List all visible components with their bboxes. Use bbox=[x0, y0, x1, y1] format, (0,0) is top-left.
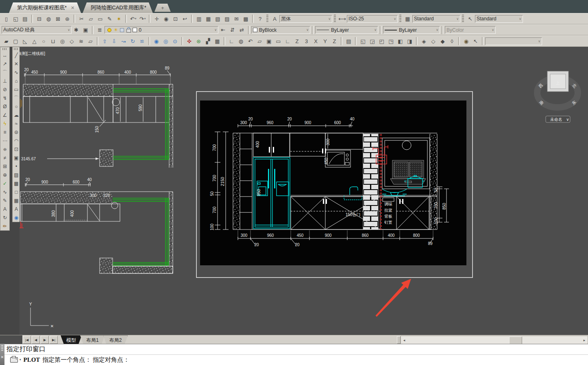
object-group-button[interactable]: ◉ bbox=[12, 213, 20, 222]
tolerance-button[interactable]: ⊞ bbox=[1, 162, 9, 170]
continue-dimension-button[interactable]: ⋯ bbox=[1, 136, 9, 145]
close-tab-icon[interactable]: ✕ bbox=[71, 5, 74, 11]
toolbar-grip[interactable] bbox=[462, 15, 464, 23]
mleader-style-combo[interactable]: Standard∨ bbox=[475, 15, 523, 23]
ordinate-dimension-button[interactable]: ⊥ bbox=[1, 76, 9, 85]
plot-preview-button[interactable]: ◍ bbox=[44, 14, 53, 23]
horizontal-scrollbar[interactable]: ◂ ▸ bbox=[401, 336, 588, 344]
polysolid-button[interactable]: ▰ bbox=[2, 37, 11, 46]
tab-layout1[interactable]: 布局1 bbox=[80, 335, 105, 344]
new-tab-button[interactable]: + bbox=[155, 4, 171, 12]
ucs-z-button[interactable]: Z bbox=[330, 37, 339, 46]
camera-button[interactable]: ◉ bbox=[462, 37, 471, 46]
view-back-button[interactable]: ◨ bbox=[405, 37, 414, 46]
sweep-button[interactable]: ↝ bbox=[119, 37, 128, 46]
make-block-button[interactable]: ▣ bbox=[12, 153, 20, 162]
inspection-dimension-button[interactable]: ✓ bbox=[1, 179, 9, 188]
arc-length-dimension-button[interactable]: ⌒ bbox=[1, 68, 9, 76]
color-combo[interactable]: ByBlock∨ bbox=[251, 26, 310, 34]
loft-button[interactable]: ≌ bbox=[137, 37, 147, 46]
rectangle-button[interactable]: ▭ bbox=[12, 85, 20, 94]
ucs-origin-button[interactable]: ∟ bbox=[283, 37, 292, 46]
toolbar-grip[interactable] bbox=[334, 15, 336, 23]
box-button[interactable]: ▢ bbox=[11, 37, 20, 46]
intersect-button[interactable]: ⊙ bbox=[170, 37, 180, 46]
construction-line-button[interactable]: ✕ bbox=[12, 59, 20, 68]
ucs-x-button[interactable]: X bbox=[311, 37, 320, 46]
model-tab-next-button[interactable]: ▶ bbox=[41, 336, 49, 344]
pyramid-button[interactable]: ◇ bbox=[67, 37, 76, 46]
multiline-text-button[interactable]: A bbox=[12, 205, 20, 213]
helix-button[interactable]: ≋ bbox=[76, 37, 86, 46]
union-button[interactable]: ◉ bbox=[152, 37, 161, 46]
3d-array-button[interactable]: ▦ bbox=[213, 37, 222, 46]
make-layer-current-button[interactable]: ⇤ bbox=[218, 26, 228, 35]
polyline-button[interactable]: ∿ bbox=[12, 68, 20, 76]
layer-translate-button[interactable]: ⇄ bbox=[237, 26, 246, 35]
ucs-world-button[interactable]: ∟ bbox=[227, 37, 236, 46]
pan-button[interactable]: ✛ bbox=[152, 14, 161, 23]
paste-button[interactable]: ▭ bbox=[96, 14, 105, 23]
table-style-button[interactable]: ▦ bbox=[403, 14, 412, 23]
workspace-combo[interactable]: AutoCAD 经典∨ bbox=[2, 26, 72, 34]
dimension-space-button[interactable]: ≑ bbox=[1, 145, 9, 153]
view-top-button[interactable]: ◱ bbox=[358, 37, 368, 46]
model-tab-prev-button[interactable]: ◀ bbox=[32, 336, 40, 344]
plot-style-combo[interactable]: ByColor∨ bbox=[445, 26, 496, 34]
dimension-style-button[interactable]: ✏ bbox=[1, 222, 9, 230]
view-se-iso-button[interactable]: ◇ bbox=[429, 37, 438, 46]
dimension-text-edit-button[interactable]: A bbox=[1, 205, 9, 213]
3d-move-button[interactable]: ✜ bbox=[185, 37, 194, 46]
presspull-button[interactable]: ⇩ bbox=[109, 37, 119, 46]
text-style-button[interactable]: A bbox=[270, 14, 279, 23]
eplot-button[interactable]: ⊠ bbox=[53, 14, 63, 23]
insert-block-button[interactable]: ⊡ bbox=[12, 145, 20, 153]
model-tab-first-button[interactable]: |◀ bbox=[23, 336, 31, 344]
dimension-edit-button[interactable]: ✎ bbox=[1, 196, 9, 205]
revolve-button[interactable]: ↻ bbox=[128, 37, 137, 46]
scrollbar-thumb[interactable] bbox=[509, 337, 522, 344]
dim-style-combo[interactable]: ISO-25∨ bbox=[347, 15, 398, 23]
zoom-window-button[interactable]: ⊡ bbox=[171, 14, 180, 23]
properties-palette-button[interactable]: ▥ bbox=[194, 14, 204, 23]
baseline-dimension-button[interactable]: ≡ bbox=[1, 128, 9, 136]
file-tab-inactive[interactable]: 阿琦绘图CAD常用图库* bbox=[83, 2, 153, 13]
text-style-combo[interactable]: 黑体∨ bbox=[279, 15, 332, 23]
named-view-label[interactable]: 未命名 bbox=[550, 117, 562, 122]
region-button[interactable]: □ bbox=[12, 188, 20, 196]
scroll-right-icon[interactable]: ▸ bbox=[581, 337, 588, 343]
layer-vp-freeze-icon[interactable] bbox=[120, 28, 124, 32]
angular-dimension-button[interactable]: ∠ bbox=[1, 111, 9, 119]
tool-palettes-button[interactable]: ▧ bbox=[213, 14, 222, 23]
viewport-label[interactable]: [-][东南等轴测][二维线框] bbox=[20, 51, 45, 56]
ellipse-button[interactable]: ⊜ bbox=[12, 128, 20, 136]
block-editor-button[interactable]: ✶ bbox=[114, 14, 124, 23]
ucs-view-button[interactable]: ▭ bbox=[274, 37, 283, 46]
workspace-settings-button[interactable]: ✱ bbox=[72, 26, 81, 35]
layer-properties-button[interactable]: ≣ bbox=[95, 26, 105, 35]
quick-calc-button[interactable]: ▩ bbox=[241, 14, 250, 23]
ucs-named-button[interactable]: ◍ bbox=[236, 37, 246, 46]
cone-button[interactable]: △ bbox=[30, 37, 39, 46]
view-nw-iso-button[interactable]: ◊ bbox=[447, 37, 457, 46]
gradient-button[interactable]: ▩ bbox=[12, 179, 20, 188]
layer-previous-button[interactable]: ⇵ bbox=[228, 26, 237, 35]
dimension-break-button[interactable]: ≠ bbox=[1, 153, 9, 162]
view-front-button[interactable]: ◧ bbox=[396, 37, 405, 46]
toolbar-grip[interactable] bbox=[266, 15, 268, 23]
tab-model[interactable]: 模型 bbox=[61, 335, 82, 344]
model-space-canvas[interactable]: [-][东南等轴测][二维线框] bbox=[20, 47, 588, 335]
plot-button[interactable]: ⊟ bbox=[35, 14, 44, 23]
drawing-canvas-svg[interactable]: [-][东南等轴测][二维线框] bbox=[20, 47, 588, 335]
redo-button[interactable]: ↷▾ bbox=[138, 14, 147, 23]
wedge-button[interactable]: ◺ bbox=[20, 37, 30, 46]
3d-rotate-button[interactable]: ⊛ bbox=[194, 37, 203, 46]
copy-button[interactable]: ▱ bbox=[86, 14, 96, 23]
3d-align-button[interactable]: ▞ bbox=[203, 37, 213, 46]
line-button[interactable]: ╱ bbox=[12, 51, 20, 59]
planar-surface-button[interactable]: ▱ bbox=[86, 37, 95, 46]
file-tab-active[interactable]: 第六期橱柜课程图底* ✕ bbox=[9, 2, 81, 13]
jogged-dimension-button[interactable]: ↯ bbox=[1, 94, 9, 102]
radius-dimension-button[interactable]: ⊘ bbox=[1, 85, 9, 94]
view-ne-iso-button[interactable]: ◆ bbox=[438, 37, 447, 46]
